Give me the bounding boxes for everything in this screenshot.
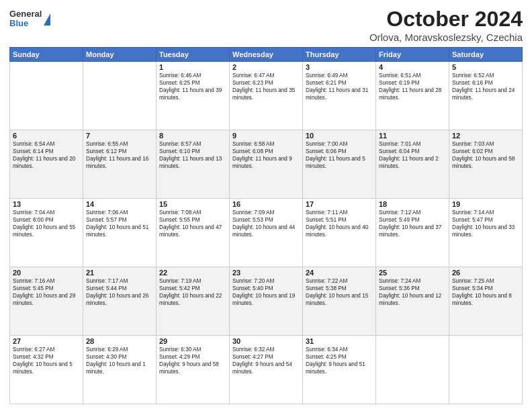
cell-content: Sunrise: 7:25 AM Sunset: 5:34 PM Dayligh… — [452, 277, 519, 307]
cell-content: Sunrise: 7:24 AM Sunset: 5:36 PM Dayligh… — [379, 277, 446, 307]
cell-content: Sunrise: 7:01 AM Sunset: 6:04 PM Dayligh… — [379, 140, 446, 170]
logo-general: General — [9, 9, 42, 19]
calendar-cell: 26Sunrise: 7:25 AM Sunset: 5:34 PM Dayli… — [449, 267, 523, 336]
cell-content: Sunrise: 6:32 AM Sunset: 4:27 PM Dayligh… — [232, 346, 300, 375]
calendar-cell — [10, 62, 83, 130]
cell-content: Sunrise: 7:16 AM Sunset: 5:45 PM Dayligh… — [13, 277, 80, 307]
week-row-4: 27Sunrise: 6:27 AM Sunset: 4:32 PM Dayli… — [10, 336, 523, 404]
day-header-wednesday: Wednesday — [230, 48, 303, 62]
cell-content: Sunrise: 6:49 AM Sunset: 6:21 PM Dayligh… — [306, 72, 373, 101]
cell-content: Sunrise: 6:27 AM Sunset: 4:32 PM Dayligh… — [13, 346, 80, 375]
calendar-cell: 10Sunrise: 7:00 AM Sunset: 6:06 PM Dayli… — [303, 130, 376, 199]
calendar-cell: 29Sunrise: 6:30 AM Sunset: 4:29 PM Dayli… — [157, 336, 230, 404]
calendar-cell: 4Sunrise: 6:51 AM Sunset: 6:19 PM Daylig… — [376, 62, 449, 130]
cell-content: Sunrise: 7:04 AM Sunset: 6:00 PM Dayligh… — [13, 209, 80, 238]
cell-content: Sunrise: 7:06 AM Sunset: 5:57 PM Dayligh… — [86, 209, 153, 238]
calendar-cell — [376, 336, 449, 404]
calendar-cell: 7Sunrise: 6:55 AM Sunset: 6:12 PM Daylig… — [83, 130, 157, 199]
logo: General Blue — [9, 9, 50, 29]
calendar-cell: 5Sunrise: 6:52 AM Sunset: 6:16 PM Daylig… — [449, 62, 523, 130]
day-number: 29 — [159, 337, 226, 345]
day-number: 6 — [13, 132, 80, 140]
calendar-cell: 15Sunrise: 7:08 AM Sunset: 5:55 PM Dayli… — [157, 199, 230, 267]
day-number: 14 — [86, 200, 153, 208]
day-number: 8 — [159, 132, 226, 140]
logo-blue: Blue — [9, 19, 42, 28]
cell-content: Sunrise: 7:22 AM Sunset: 5:38 PM Dayligh… — [306, 277, 373, 307]
day-header-sunday: Sunday — [10, 48, 83, 62]
cell-content: Sunrise: 6:57 AM Sunset: 6:10 PM Dayligh… — [159, 140, 226, 170]
calendar-cell: 24Sunrise: 7:22 AM Sunset: 5:38 PM Dayli… — [303, 267, 376, 336]
calendar-cell: 2Sunrise: 6:47 AM Sunset: 6:23 PM Daylig… — [230, 62, 303, 130]
day-header-monday: Monday — [83, 48, 157, 62]
calendar-cell — [83, 62, 157, 130]
day-number: 11 — [379, 132, 446, 140]
days-row: SundayMondayTuesdayWednesdayThursdayFrid… — [10, 48, 523, 62]
cell-content: Sunrise: 7:20 AM Sunset: 5:40 PM Dayligh… — [232, 277, 300, 307]
calendar-cell: 17Sunrise: 7:11 AM Sunset: 5:51 PM Dayli… — [303, 199, 376, 267]
calendar-cell: 23Sunrise: 7:20 AM Sunset: 5:40 PM Dayli… — [230, 267, 303, 336]
calendar-cell: 25Sunrise: 7:24 AM Sunset: 5:36 PM Dayli… — [376, 267, 449, 336]
cell-content: Sunrise: 6:54 AM Sunset: 6:14 PM Dayligh… — [13, 140, 80, 170]
day-number: 21 — [86, 269, 153, 277]
week-row-3: 20Sunrise: 7:16 AM Sunset: 5:45 PM Dayli… — [10, 267, 523, 336]
calendar-cell: 20Sunrise: 7:16 AM Sunset: 5:45 PM Dayli… — [10, 267, 83, 336]
calendar-table: SundayMondayTuesdayWednesdayThursdayFrid… — [9, 47, 523, 404]
cell-content: Sunrise: 6:30 AM Sunset: 4:29 PM Dayligh… — [159, 346, 226, 375]
day-number: 24 — [306, 269, 373, 277]
day-header-friday: Friday — [376, 48, 449, 62]
day-number: 31 — [306, 337, 373, 345]
calendar-cell: 9Sunrise: 6:58 AM Sunset: 6:08 PM Daylig… — [230, 130, 303, 199]
calendar-cell: 16Sunrise: 7:09 AM Sunset: 5:53 PM Dayli… — [230, 199, 303, 267]
day-number: 1 — [159, 63, 226, 71]
day-number: 22 — [159, 269, 226, 277]
calendar-cell: 3Sunrise: 6:49 AM Sunset: 6:21 PM Daylig… — [303, 62, 376, 130]
day-number: 28 — [86, 337, 153, 345]
calendar-cell: 18Sunrise: 7:12 AM Sunset: 5:49 PM Dayli… — [376, 199, 449, 267]
logo-triangle-icon — [44, 13, 50, 26]
cell-content: Sunrise: 6:51 AM Sunset: 6:19 PM Dayligh… — [379, 72, 446, 101]
cell-content: Sunrise: 7:14 AM Sunset: 5:47 PM Dayligh… — [452, 209, 519, 238]
cell-content: Sunrise: 6:58 AM Sunset: 6:08 PM Dayligh… — [232, 140, 300, 170]
day-number: 5 — [452, 63, 519, 71]
day-header-saturday: Saturday — [449, 48, 523, 62]
cell-content: Sunrise: 7:17 AM Sunset: 5:44 PM Dayligh… — [86, 277, 153, 307]
calendar-subtitle: Orlova, Moravskoslezsky, Czechia — [369, 32, 523, 43]
calendar-cell: 27Sunrise: 6:27 AM Sunset: 4:32 PM Dayli… — [10, 336, 83, 404]
day-number: 17 — [306, 200, 373, 208]
day-number: 20 — [13, 269, 80, 277]
cell-content: Sunrise: 6:46 AM Sunset: 6:25 PM Dayligh… — [159, 72, 226, 101]
cell-content: Sunrise: 6:34 AM Sunset: 4:25 PM Dayligh… — [306, 346, 373, 375]
day-number: 4 — [379, 63, 446, 71]
calendar-cell: 1Sunrise: 6:46 AM Sunset: 6:25 PM Daylig… — [157, 62, 230, 130]
calendar-cell — [449, 336, 523, 404]
calendar-cell: 21Sunrise: 7:17 AM Sunset: 5:44 PM Dayli… — [83, 267, 157, 336]
calendar-cell: 31Sunrise: 6:34 AM Sunset: 4:25 PM Dayli… — [303, 336, 376, 404]
calendar-body: 1Sunrise: 6:46 AM Sunset: 6:25 PM Daylig… — [10, 62, 523, 404]
day-number: 2 — [232, 63, 300, 71]
cell-content: Sunrise: 7:08 AM Sunset: 5:55 PM Dayligh… — [159, 209, 226, 238]
calendar-cell: 19Sunrise: 7:14 AM Sunset: 5:47 PM Dayli… — [449, 199, 523, 267]
day-number: 25 — [379, 269, 446, 277]
day-number: 27 — [13, 337, 80, 345]
calendar-cell: 14Sunrise: 7:06 AM Sunset: 5:57 PM Dayli… — [83, 199, 157, 267]
day-number: 9 — [232, 132, 300, 140]
cell-content: Sunrise: 7:03 AM Sunset: 6:02 PM Dayligh… — [452, 140, 519, 170]
day-number: 19 — [452, 200, 519, 208]
day-number: 30 — [232, 337, 300, 345]
day-header-thursday: Thursday — [303, 48, 376, 62]
cell-content: Sunrise: 6:55 AM Sunset: 6:12 PM Dayligh… — [86, 140, 153, 170]
calendar-cell: 22Sunrise: 7:19 AM Sunset: 5:42 PM Dayli… — [157, 267, 230, 336]
cell-content: Sunrise: 6:29 AM Sunset: 4:30 PM Dayligh… — [86, 346, 153, 375]
calendar-cell: 12Sunrise: 7:03 AM Sunset: 6:02 PM Dayli… — [449, 130, 523, 199]
calendar-cell: 30Sunrise: 6:32 AM Sunset: 4:27 PM Dayli… — [230, 336, 303, 404]
header: General Blue October 2024 Orlova, Moravs… — [9, 7, 523, 43]
day-number: 7 — [86, 132, 153, 140]
cell-content: Sunrise: 6:47 AM Sunset: 6:23 PM Dayligh… — [232, 72, 300, 101]
day-number: 26 — [452, 269, 519, 277]
logo-text: General Blue — [9, 9, 42, 29]
day-number: 16 — [232, 200, 300, 208]
day-number: 3 — [306, 63, 373, 71]
cell-content: Sunrise: 7:09 AM Sunset: 5:53 PM Dayligh… — [232, 209, 300, 238]
page: General Blue October 2024 Orlova, Moravs… — [0, 0, 532, 411]
